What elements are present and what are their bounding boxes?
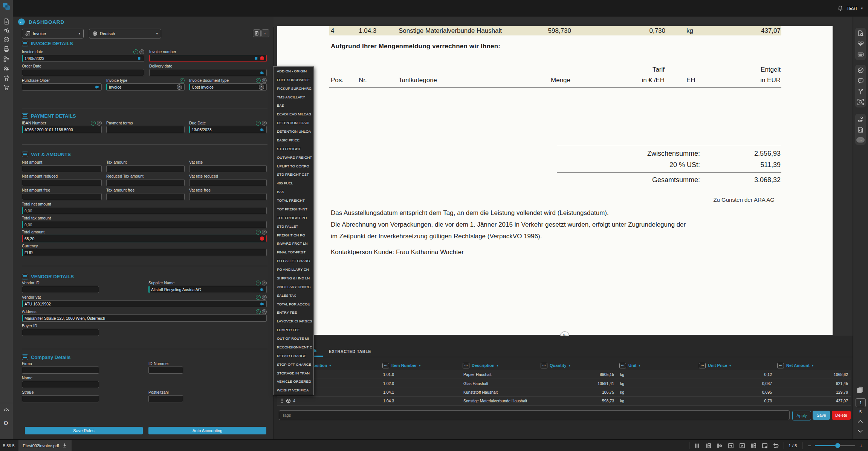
sort-caret-icon[interactable]: ▾ — [419, 364, 420, 367]
firma-input[interactable] — [22, 367, 99, 374]
dropdown-option[interactable]: PO ANCILLARY CH — [274, 265, 313, 274]
dropdown-option[interactable]: FUEL SURCHARGE — [274, 75, 313, 84]
dropdown-option[interactable]: TOTAL FREIGHT — [274, 196, 313, 205]
language-select[interactable]: Deutsch ▾ — [89, 29, 161, 38]
column-menu-icon[interactable]: ⋯ — [777, 363, 784, 368]
total-tax-amount-input[interactable]: 0,00 — [22, 221, 267, 228]
dropdown-option[interactable]: LUMPER FEE — [274, 325, 313, 334]
ai-fill-icon[interactable] — [260, 302, 264, 306]
purchase-order-input[interactable] — [22, 83, 102, 91]
open-file-chip[interactable]: Etest002invoice.pdf — [18, 440, 72, 451]
dropdown-option[interactable]: VEHICLE ORDERED — [274, 377, 313, 386]
delete-button[interactable]: Delete — [832, 411, 851, 420]
validated-icon[interactable]: ✓ — [256, 121, 261, 126]
vat-rate-input[interactable] — [189, 165, 267, 172]
clear-field-icon[interactable]: ✕ — [262, 230, 267, 235]
dashboard-gauge-icon[interactable] — [3, 407, 9, 413]
dropdown-option[interactable]: STD FREIGHT — [274, 144, 313, 153]
dropdown-option[interactable]: TMS ANCILLARY — [274, 93, 313, 101]
validated-icon[interactable]: ✓ — [256, 230, 261, 235]
dropdown-option[interactable]: BAS — [274, 187, 313, 196]
sidebar-item-users[interactable] — [3, 66, 9, 72]
validated-icon[interactable]: ✓ — [256, 281, 261, 285]
account-menu[interactable]: TEST — [847, 6, 857, 11]
tax-amount-input[interactable] — [106, 165, 185, 172]
ai-fill-icon[interactable] — [260, 127, 264, 132]
ai-fill-icon[interactable] — [95, 85, 99, 89]
undo-layout-icon[interactable] — [773, 443, 779, 449]
sidebar-item-analytics[interactable] — [3, 27, 9, 33]
dropdown-option[interactable]: STD PALLET — [274, 222, 313, 231]
previous-page-icon[interactable] — [857, 419, 863, 423]
dropdown-option[interactable]: SALES TAX — [274, 291, 313, 300]
sort-caret-icon[interactable]: ▾ — [329, 364, 331, 367]
payment-terms-input[interactable] — [106, 126, 185, 133]
dropdown-option[interactable]: TOT FREIGHT-INT — [274, 205, 313, 213]
drag-handle-icon[interactable] — [280, 398, 284, 403]
add-column-icon[interactable] — [705, 443, 711, 449]
clear-field-icon[interactable]: ✕ — [97, 121, 102, 126]
data-mapping-icon[interactable] — [857, 41, 864, 47]
dropdown-option[interactable]: ADD ON - ORIGIN — [274, 67, 313, 75]
validated-icon[interactable]: ✓ — [256, 78, 261, 83]
column-header-unit-price[interactable]: ⋯Unit Price▾ — [697, 360, 775, 370]
tax-amount-free-input[interactable] — [106, 193, 185, 200]
address-input[interactable]: Mariahilfer Straße 123, 1060 Wien, Öster… — [22, 314, 267, 322]
merge-icon[interactable] — [857, 88, 864, 95]
save-rules-button[interactable]: Save Rules — [25, 427, 143, 434]
sort-caret-icon[interactable]: ▾ — [639, 364, 640, 367]
dropdown-option[interactable]: BAS — [274, 101, 313, 110]
column-menu-icon[interactable]: ⋯ — [541, 363, 547, 368]
table-row[interactable]: 2 1.02.0 Glas Haushalt 10591,41 kg 0,087… — [277, 379, 851, 388]
dropdown-option[interactable]: STOP-OFF CHARGE — [274, 360, 313, 369]
document-search-icon[interactable] — [857, 30, 864, 37]
dropdown-option[interactable]: DETENTION UNLOA — [274, 127, 313, 136]
ocr-icon[interactable] — [857, 99, 864, 105]
ai-fill-icon[interactable] — [254, 56, 258, 61]
column-header-item-number[interactable]: ⋯Item Number▾ — [380, 360, 460, 370]
column-visibility-icon[interactable] — [717, 443, 723, 449]
clear-field-icon[interactable]: ✕ — [262, 295, 267, 300]
tags-input[interactable] — [279, 410, 790, 420]
comments-icon[interactable] — [857, 78, 864, 84]
zoom-in-button[interactable]: + — [859, 442, 863, 449]
sidebar-item-approvals[interactable] — [3, 37, 9, 43]
vat-rate-reduced-input[interactable] — [189, 179, 267, 186]
dropdown-option[interactable]: OUT OF ROUTE MI — [274, 334, 313, 343]
dropdown-option[interactable]: STD FREIGHT CST — [274, 170, 313, 179]
invoice-document-type-input[interactable]: Cost Invoice ✕ — [189, 83, 267, 91]
package-icon[interactable] — [286, 399, 291, 403]
dropdown-option[interactable]: UPLIFT TO CORPO — [274, 162, 313, 170]
ai-fill-icon[interactable] — [260, 287, 264, 292]
sort-caret-icon[interactable]: ▾ — [497, 364, 498, 367]
validation-check-icon[interactable] — [857, 67, 864, 74]
clear-field-icon[interactable]: ✕ — [262, 281, 267, 285]
download-icon[interactable] — [62, 443, 67, 448]
keyboard-icon[interactable] — [857, 51, 864, 58]
dropdown-option[interactable]: FREIGHT ON PO — [274, 231, 313, 239]
delivery-date-input[interactable] — [149, 69, 267, 76]
net-amount-input[interactable] — [22, 165, 102, 172]
column-header-net-amount[interactable]: ⋯Net Amount▾ — [775, 360, 851, 370]
column-menu-icon[interactable]: ⋯ — [619, 363, 626, 368]
dropdown-option[interactable]: ENTRY FEE — [274, 308, 313, 317]
dropdown-option[interactable]: TOT FREIGHT-PO — [274, 213, 313, 222]
back-button[interactable]: ← — [18, 18, 25, 25]
sort-caret-icon[interactable]: ▾ — [569, 364, 570, 367]
dropdown-option[interactable]: BASIC PRICE — [274, 136, 313, 144]
dropdown-option[interactable]: REPAIR CHARGE — [274, 351, 313, 360]
export-button[interactable] — [253, 29, 261, 37]
auto-accounting-button[interactable]: Auto Accounting — [148, 427, 266, 434]
chevron-down-icon[interactable]: ▾ — [861, 6, 863, 10]
split-add-icon[interactable] — [750, 443, 756, 449]
sidebar-item-workflow[interactable] — [3, 56, 9, 62]
net-amount-free-input[interactable] — [22, 193, 102, 200]
strasse-input[interactable] — [22, 395, 99, 402]
bell-icon[interactable] — [837, 5, 843, 11]
due-date-input[interactable]: 13/05/2023 — [189, 126, 267, 133]
dropdown-option[interactable]: WEIGHT VERIFICA — [274, 386, 313, 394]
dropdown-option[interactable]: DETENTION LOADI — [274, 118, 313, 127]
sidebar-item-invoices[interactable] — [3, 46, 9, 52]
name-input[interactable] — [22, 381, 99, 388]
dropdown-option[interactable]: PO PALLET CHARG — [274, 256, 313, 265]
